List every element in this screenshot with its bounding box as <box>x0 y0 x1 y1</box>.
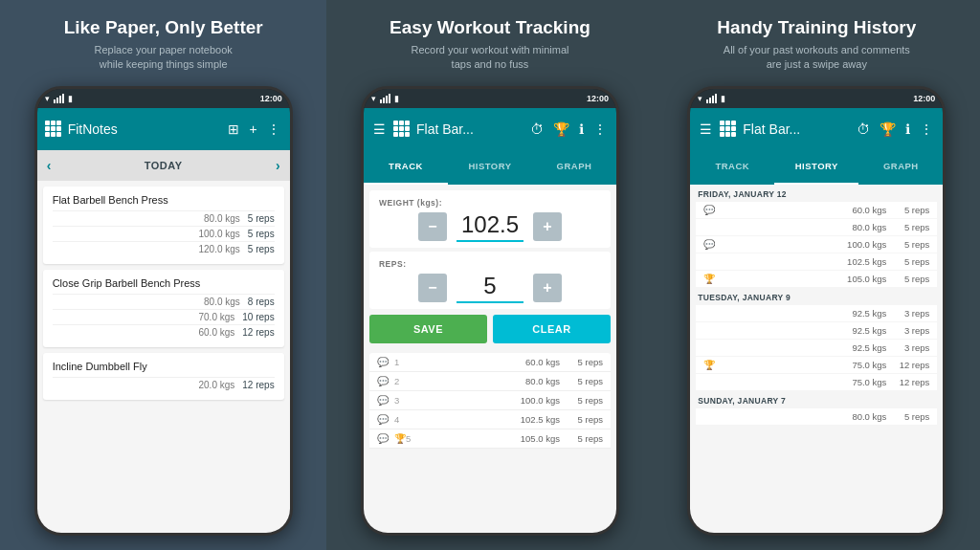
hist-row-2-2: 92.5 kgs 3 reps <box>696 322 937 339</box>
weight-1-2: 100.0 kgs <box>198 229 239 239</box>
log-reps-4: 5 reps <box>560 414 603 425</box>
phone-1: ▾ ▮ 12:00 FitNotes ⊞ + ⋮ ‹ TODAY › <box>34 86 293 536</box>
hist-row-2-3: 92.5 kgs 3 reps <box>696 340 937 356</box>
hist-reps-2-3: 3 reps <box>886 342 929 353</box>
prev-date-btn[interactable]: ‹ <box>47 158 52 173</box>
exercise-name-2: Close Grip Barbell Bench Press <box>53 277 275 289</box>
log-row-2: 💬 2 80.0 kgs 5 reps <box>369 372 611 391</box>
weight-2-1: 80.0 kgs <box>204 297 240 307</box>
signal-icon-1 <box>54 94 64 103</box>
reps-decrement-btn[interactable]: − <box>418 274 447 302</box>
app-bar-1: FitNotes ⊞ + ⋮ <box>37 108 290 150</box>
reps-stepper: − 5 + <box>379 273 601 303</box>
hist-reps-2-4: 12 reps <box>886 360 929 370</box>
exercise-card-1[interactable]: Flat Barbell Bench Press 80.0 kgs 5 reps… <box>43 187 284 264</box>
app-title-1: FitNotes <box>68 121 221 137</box>
app-icon-1 <box>45 121 62 138</box>
hist-reps-2-5: 12 reps <box>886 377 929 387</box>
hist-weight-2-2: 92.5 kgs <box>721 325 886 336</box>
info-icon-3[interactable]: ℹ <box>903 120 912 139</box>
panel2-subtitle: Record your workout with minimaltaps and… <box>411 43 568 73</box>
tab-bar-3: TRACK HISTORY GRAPH <box>690 150 943 185</box>
set-row-2-3: 60.0 kgs 12 reps <box>53 324 275 340</box>
menu-icon[interactable]: ☰ <box>371 120 388 139</box>
hist-weight-2-1: 92.5 kgs <box>721 308 886 319</box>
battery-icon-2: ▮ <box>394 94 399 103</box>
log-reps-2: 5 reps <box>560 376 603 386</box>
hist-trophy-2-4: 🏆 <box>703 360 721 370</box>
panel-paper: Like Paper, Only Better Replace your pap… <box>0 0 326 550</box>
hist-trophy-1-5: 🏆 <box>703 274 721 284</box>
hist-weight-2-4: 75.0 kgs <box>721 360 886 370</box>
hist-reps-1-3: 5 reps <box>886 239 929 250</box>
tab-track[interactable]: TRACK <box>364 150 448 185</box>
phone-2: ▾ ▮ 12:00 ☰ Flat Bar... ⏱ 🏆 ℹ ⋮ TRACK HI… <box>361 86 619 536</box>
overflow-icon[interactable]: ⋮ <box>265 120 282 139</box>
weight-2-2: 70.0 kgs <box>198 312 234 322</box>
log-weight-2: 80.0 kgs <box>410 376 560 386</box>
hist-reps-3-1: 5 reps <box>886 411 929 422</box>
wifi-icon: ▾ <box>45 94 50 103</box>
overflow-icon-3[interactable]: ⋮ <box>918 120 935 139</box>
log-reps-5: 5 reps <box>560 433 603 444</box>
next-date-btn[interactable]: › <box>276 158 280 173</box>
comment-icon-1: 💬 <box>377 357 394 367</box>
exercise-card-3[interactable]: Incline Dumbbell Fly 20.0 kgs 12 reps <box>43 353 284 400</box>
clear-button[interactable]: CLEAR <box>493 315 611 343</box>
hist-row-1-2: 80.0 kgs 5 reps <box>696 219 937 235</box>
log-row-1: 💬 1 60.0 kgs 5 reps <box>369 353 611 372</box>
log-weight-1: 60.0 kgs <box>410 357 560 367</box>
weight-increment-btn[interactable]: + <box>533 212 562 241</box>
hist-reps-2-2: 3 reps <box>886 325 929 336</box>
overflow-icon-2[interactable]: ⋮ <box>591 120 609 139</box>
trophy-icon-bar-3[interactable]: 🏆 <box>878 120 898 139</box>
tab-track-3[interactable]: TRACK <box>690 150 774 185</box>
tab-graph[interactable]: GRAPH <box>532 150 616 185</box>
hist-reps-1-4: 5 reps <box>886 256 929 267</box>
hist-weight-1-1: 60.0 kgs <box>721 205 886 215</box>
action-buttons: SAVE CLEAR <box>364 309 616 349</box>
reps-increment-btn[interactable]: + <box>533 274 562 302</box>
weight-section: WEIGHT (kgs): − 102.5 + <box>369 190 611 248</box>
set-row-2-2: 70.0 kgs 10 reps <box>53 309 275 324</box>
tab-history[interactable]: HISTORY <box>448 150 532 185</box>
exercise-list: Flat Barbell Bench Press 80.0 kgs 5 reps… <box>37 181 290 533</box>
hist-weight-1-4: 102.5 kgs <box>721 256 886 267</box>
log-reps-1: 5 reps <box>560 357 603 367</box>
app-bar-3: ☰ Flat Bar... ⏱ 🏆 ℹ ⋮ <box>690 108 943 150</box>
save-button[interactable]: SAVE <box>369 315 487 343</box>
calendar-icon[interactable]: ⊞ <box>226 120 241 139</box>
hist-weight-3-1: 80.0 kgs <box>721 411 886 422</box>
menu-icon-3[interactable]: ☰ <box>698 120 714 139</box>
hist-row-1-5: 🏆 105.0 kgs 5 reps <box>696 271 937 287</box>
hist-row-1-4: 102.5 kgs 5 reps <box>696 253 937 270</box>
log-weight-4: 102.5 kgs <box>410 414 560 425</box>
add-icon[interactable]: + <box>247 120 258 139</box>
clock-icon-3[interactable]: ⏱ <box>855 120 872 139</box>
status-bar-1: ▾ ▮ 12:00 <box>37 89 290 108</box>
date-bar-1: ‹ TODAY › <box>37 150 290 181</box>
wifi-icon-3: ▾ <box>698 94 702 103</box>
info-icon[interactable]: ℹ <box>577 120 586 139</box>
log-num-2: 2 <box>394 376 410 386</box>
weight-2-3: 60.0 kgs <box>198 327 234 338</box>
weight-decrement-btn[interactable]: − <box>418 212 447 241</box>
log-reps-3: 5 reps <box>560 395 603 406</box>
tab-graph-3[interactable]: GRAPH <box>858 150 943 185</box>
weight-label: WEIGHT (kgs): <box>379 198 601 208</box>
clock-icon[interactable]: ⏱ <box>528 120 546 139</box>
trophy-icon-bar[interactable]: 🏆 <box>551 120 571 139</box>
set-row-1-1: 80.0 kgs 5 reps <box>53 210 275 226</box>
weight-value: 102.5 <box>457 211 523 242</box>
reps-2-3: 12 reps <box>242 327 274 338</box>
hist-reps-1-5: 5 reps <box>886 274 929 284</box>
signal-icon-3 <box>706 94 717 103</box>
exercise-card-2[interactable]: Close Grip Barbell Bench Press 80.0 kgs … <box>43 270 284 347</box>
log-num-1: 1 <box>394 357 410 367</box>
status-bar-3: ▾ ▮ 12:00 <box>690 89 943 108</box>
time-2: 12:00 <box>587 94 609 103</box>
panel-tracking: Easy Workout Tracking Record your workou… <box>326 0 653 550</box>
tab-history-3[interactable]: HISTORY <box>774 150 858 185</box>
history-content: FRIDAY, JANUARY 12 💬 60.0 kgs 5 reps 80.… <box>690 185 943 533</box>
comment-icon-2: 💬 <box>377 376 394 386</box>
